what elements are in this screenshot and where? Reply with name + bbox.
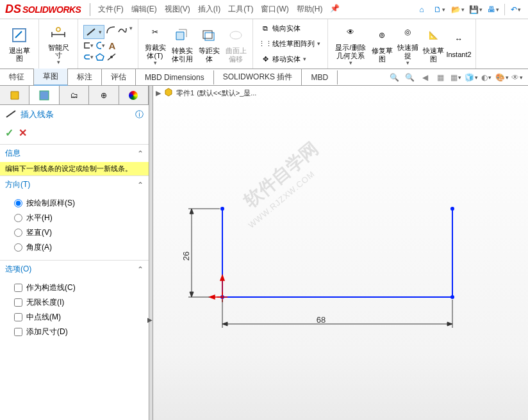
opt-midpoint[interactable]: 中点线(M) [14, 310, 144, 325]
cancel-button[interactable]: ✕ [19, 127, 27, 139]
pm-options-header[interactable]: 选项(O) ⌃ [0, 261, 149, 278]
smart-dimension-button[interactable]: 智能尺 寸 ▾ [43, 20, 74, 67]
section-view-icon[interactable]: ▦ [433, 70, 447, 85]
opt-infinite[interactable]: 无限长度(I) [14, 295, 144, 310]
smart-dimension-label: 智能尺 寸 [48, 44, 69, 59]
surface-offset-button[interactable]: 曲面上 偏移 [223, 21, 249, 67]
sketch-svg: 26 68 [153, 86, 528, 419]
quick-snap-button[interactable]: ◎ 快速捕 捉▾ [395, 21, 420, 67]
tab-sketch[interactable]: 草图 [34, 69, 68, 86]
appearance-tab[interactable] [119, 86, 149, 104]
dimension-vertical[interactable]: 26 [181, 252, 191, 261]
separator [90, 3, 90, 16]
tab-mbd-dimensions[interactable]: MBD Dimensions [136, 70, 214, 85]
ok-button[interactable]: ✓ [5, 127, 13, 139]
slot-button[interactable]: ▾ [83, 52, 94, 62]
configuration-tab[interactable]: 🗂 [60, 86, 89, 104]
menu-tools[interactable]: 工具(T) [224, 1, 257, 17]
tab-annotate[interactable]: 标注 [68, 69, 102, 85]
open-icon[interactable]: 📂▾ [449, 3, 466, 17]
feature-tree-tab[interactable] [0, 86, 29, 104]
polygon-button[interactable] [95, 52, 105, 62]
repair-sketch-button[interactable]: ⊚ 修复草 图 [369, 21, 395, 67]
save-icon[interactable]: 💾▾ [467, 3, 484, 17]
svg-rect-8 [203, 31, 212, 38]
opt-as-sketched[interactable]: 按绘制原样(S) [14, 196, 144, 211]
prev-view-icon[interactable]: ◀ [418, 70, 432, 85]
menu-pin-icon[interactable]: 📌 [326, 1, 343, 17]
scene-icon[interactable]: ◐▾ [479, 70, 493, 85]
graphics-canvas[interactable]: ▶ 零件1 (默认<<默认>_显... 软件自学网 WWW.RJZXW.COM [153, 86, 528, 420]
undo-icon[interactable]: ↶▾ [507, 3, 524, 17]
pm-info-text: 编辑下一新线条的设定或绘制一新线条。 [0, 162, 149, 175]
exit-sketch-button[interactable]: 退出草 图 [4, 20, 35, 67]
chevron-up-icon: ⌃ [137, 149, 144, 158]
svg-point-13 [220, 207, 224, 211]
dropdown-icon[interactable]: ▾ [57, 59, 60, 65]
svg-marker-27 [190, 292, 194, 297]
corner-rect-button[interactable] [106, 25, 116, 35]
menu-file[interactable]: 文件(F) [94, 1, 127, 17]
line-tool-button[interactable]: ▾ [83, 25, 104, 39]
tab-features[interactable]: 特征 [0, 69, 34, 85]
svg-point-4 [97, 42, 101, 49]
linear-pattern-button[interactable]: ⋮⋮线性草图阵列▾ [258, 36, 322, 51]
dimxpert-tab[interactable]: ⊕ [89, 86, 119, 104]
tab-addins[interactable]: SOLIDWORKS 插件 [214, 69, 302, 85]
view-orientation-icon[interactable]: 🧊▾ [464, 70, 478, 85]
opt-vertical[interactable]: 竖直(V) [14, 225, 144, 240]
property-manager-tab[interactable] [29, 86, 59, 104]
line-feature-icon [5, 109, 17, 120]
splitter-handle-icon[interactable]: ▶ [147, 316, 153, 323]
opt-construction[interactable]: 作为构造线(C) [14, 280, 144, 295]
ribbon-group-transform: ⧉镜向实体 ⋮⋮线性草图阵列▾ ✥移动实体▾ [253, 19, 328, 69]
svg-marker-32 [447, 322, 452, 326]
convert-button[interactable]: 转换实 体引用 [169, 21, 195, 67]
opt-angle[interactable]: 角度(A) [14, 240, 144, 255]
chevron-up-icon: ⌃ [137, 181, 144, 190]
zoom-area-icon[interactable]: 🔍 [402, 70, 417, 85]
help-icon[interactable]: ⓘ [135, 109, 144, 120]
offset-button[interactable]: 等距实 体 [196, 21, 222, 67]
rapid-sketch-button[interactable]: 📐 快速草 图 [420, 21, 446, 67]
new-icon[interactable]: 🗋▾ [431, 3, 448, 17]
tab-mbd[interactable]: MBD [302, 70, 338, 85]
pm-actions: ✓ ✕ [0, 124, 149, 144]
menu-view[interactable]: 视图(V) [161, 1, 194, 17]
smart-dimension-icon [48, 22, 69, 42]
show-hide-relations-button[interactable]: 👁 显示/删除 几何关系▾ [332, 21, 369, 67]
text-button[interactable]: A [106, 40, 118, 51]
exit-sketch-label: 退出草 图 [9, 47, 30, 62]
spline-button[interactable] [117, 25, 128, 35]
instant2d-button[interactable]: ↔ Instant2 [446, 21, 472, 67]
trim-button[interactable]: ✂ 剪裁实 体(T)▾ [142, 21, 168, 67]
pm-section-info: 信息 ⌃ 编辑下一新线条的设定或绘制一新线条。 [0, 144, 149, 175]
move-button[interactable]: ✥移动实体▾ [258, 52, 322, 66]
convert-icon [172, 25, 192, 45]
opt-horizontal[interactable]: 水平(H) [14, 211, 144, 225]
point-button[interactable] [106, 52, 117, 62]
mirror-button[interactable]: ⧉镜向实体 [258, 21, 322, 35]
ribbon-group-draw: ▾ ▾ ▾ ▾ A ▾ [78, 19, 138, 69]
circle-button[interactable]: ▾ [95, 40, 105, 51]
pm-info-header[interactable]: 信息 ⌃ [0, 145, 149, 162]
repair-icon: ⊚ [372, 25, 392, 45]
home-icon[interactable]: ⌂ [413, 3, 430, 17]
dropdown-icon[interactable]: ▾ [129, 25, 133, 39]
menu-help[interactable]: 帮助(H) [293, 1, 327, 17]
appearance-icon[interactable]: 🎨▾ [495, 70, 509, 85]
zoom-fit-icon[interactable]: 🔍 [387, 70, 401, 85]
menu-insert[interactable]: 插入(I) [194, 1, 224, 17]
display-style-icon[interactable]: ▦▾ [449, 70, 463, 85]
print-icon[interactable]: 🖶▾ [485, 3, 502, 17]
opt-add-dim[interactable]: 添加尺寸(D) [14, 325, 144, 339]
tab-evaluate[interactable]: 评估 [102, 69, 136, 85]
pm-direction-header[interactable]: 方向(T) ⌃ [0, 176, 149, 193]
pattern-icon: ⋮⋮ [260, 38, 270, 49]
rect-button[interactable]: ▾ [83, 40, 94, 51]
menu-edit[interactable]: 编辑(E) [128, 1, 161, 17]
menu-window[interactable]: 窗口(W) [257, 1, 292, 17]
trim-icon: ✂ [145, 22, 165, 42]
hide-show-icon[interactable]: 👁▾ [510, 70, 524, 85]
dimension-horizontal[interactable]: 68 [317, 315, 326, 325]
